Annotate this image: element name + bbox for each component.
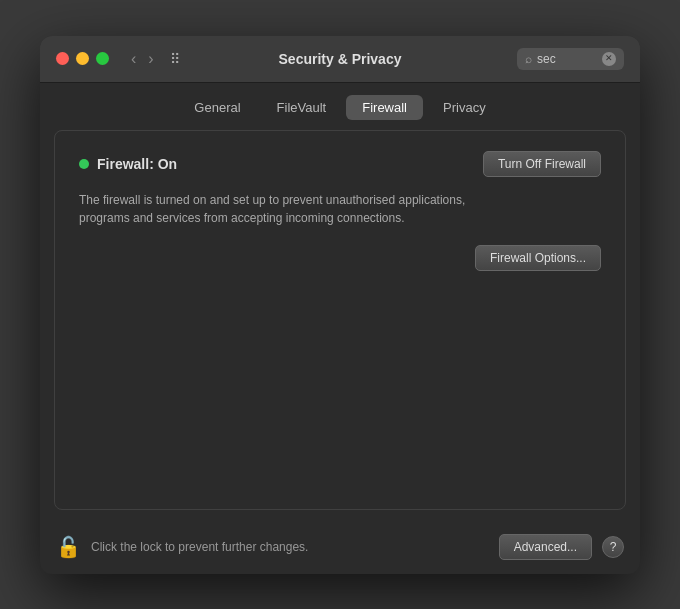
main-window: ‹ › ⠿ Security & Privacy ⌕ ✕ General Fil… <box>40 36 640 574</box>
tab-firewall[interactable]: Firewall <box>346 95 423 120</box>
tab-filevault[interactable]: FileVault <box>261 95 343 120</box>
nav-arrows: ‹ › <box>127 49 158 69</box>
search-clear-button[interactable]: ✕ <box>602 52 616 66</box>
titlebar: ‹ › ⠿ Security & Privacy ⌕ ✕ <box>40 36 640 83</box>
lock-icon[interactable]: 🔓 <box>56 535 81 559</box>
search-input[interactable] <box>537 52 597 66</box>
firewall-options-button[interactable]: Firewall Options... <box>475 245 601 271</box>
tab-privacy[interactable]: Privacy <box>427 95 502 120</box>
traffic-lights <box>56 52 109 65</box>
tabs-bar: General FileVault Firewall Privacy <box>40 83 640 130</box>
maximize-button[interactable] <box>96 52 109 65</box>
firewall-status-row: Firewall: On Turn Off Firewall <box>79 151 601 177</box>
minimize-button[interactable] <box>76 52 89 65</box>
status-dot <box>79 159 89 169</box>
firewall-description: The firewall is turned on and set up to … <box>79 191 499 227</box>
back-button[interactable]: ‹ <box>127 49 140 69</box>
advanced-button[interactable]: Advanced... <box>499 534 592 560</box>
turn-off-firewall-button[interactable]: Turn Off Firewall <box>483 151 601 177</box>
firewall-status-label: Firewall: On <box>97 156 177 172</box>
options-row: Firewall Options... <box>79 245 601 271</box>
firewall-status-left: Firewall: On <box>79 156 177 172</box>
help-button[interactable]: ? <box>602 536 624 558</box>
window-title: Security & Privacy <box>279 51 402 67</box>
search-bar: ⌕ ✕ <box>517 48 624 70</box>
forward-button[interactable]: › <box>144 49 157 69</box>
lock-text: Click the lock to prevent further change… <box>91 540 489 554</box>
search-icon: ⌕ <box>525 52 532 66</box>
bottom-bar: 🔓 Click the lock to prevent further chan… <box>40 524 640 574</box>
grid-icon[interactable]: ⠿ <box>170 51 180 67</box>
tab-general[interactable]: General <box>178 95 256 120</box>
content-area: Firewall: On Turn Off Firewall The firew… <box>54 130 626 510</box>
close-button[interactable] <box>56 52 69 65</box>
